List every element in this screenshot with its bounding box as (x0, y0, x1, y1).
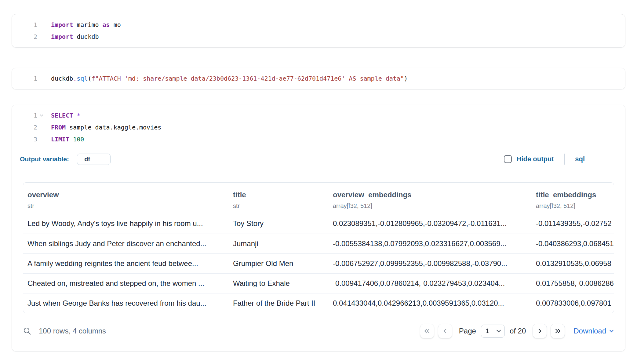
line-number-gutter: 1 2 3 (12, 105, 46, 150)
page-total-label: of 20 (510, 327, 526, 335)
operator-token: . (73, 75, 77, 82)
cell-overview: Led by Woody, Andy's toys live happily i… (23, 214, 229, 234)
search-icon[interactable] (23, 327, 31, 335)
code-editor-imports[interactable]: 1 2 import marimo as mo import duckdb (12, 14, 625, 47)
cell-overview-embeddings: -0.009417406,0.07860214,-0.023279453,0.0… (329, 274, 532, 293)
cell-title-embeddings: 0.0132910535,0.06958 (532, 254, 614, 273)
output-variable-input[interactable] (77, 154, 111, 165)
cell-overview: Cheated on, mistreated and stepped on, t… (23, 274, 229, 293)
line-number: 2 (12, 31, 46, 43)
code-token: ) (404, 75, 408, 82)
cell-title-embeddings: 0.007833006,0.097801 (532, 293, 614, 313)
code-line: FROM sample_data.kaggle.movies (51, 122, 625, 133)
download-button[interactable]: Download (573, 327, 614, 335)
code-cell-imports: 1 2 import marimo as mo import duckdb (12, 14, 625, 48)
code-line: SELECT * (51, 110, 625, 122)
hide-output-checkbox[interactable] (504, 155, 512, 163)
output-variable-label: Output variable: (20, 155, 69, 163)
code-token: marimo (73, 21, 102, 28)
code-token: sample_data.kaggle.movies (66, 124, 161, 131)
line-number: 1 (12, 110, 46, 122)
code-cell-attach: 1 duckdb.sql(f"ATTACH 'md:_share/sample_… (12, 68, 625, 89)
cell-overview-embeddings: 0.023089351,-0.012809965,-0.03209472,-0.… (329, 214, 532, 234)
page-number-value: 1 (486, 327, 496, 335)
pagination-controls: Page 1 of 20 Download (420, 324, 614, 338)
output-bar-controls: Hide output sql (504, 154, 625, 165)
code-editor-sql[interactable]: 1 2 3 SELECT * FROM sample_data.kaggle.m… (12, 105, 625, 150)
notebook-page: 1 2 import marimo as mo import duckdb 1 … (0, 14, 637, 364)
code-line: duckdb.sql(f"ATTACH 'md:_share/sample_da… (51, 73, 625, 85)
cell-title: Father of the Bride Part II (229, 293, 329, 313)
column-name: title_embeddings (536, 191, 614, 199)
table-row: Just when George Banks has recovered fro… (23, 293, 614, 313)
keyword-token: FROM (51, 124, 66, 131)
query-output-area: overview str title str overview_embeddin… (12, 168, 625, 351)
cell-title-embeddings: 0.01755858,-0.0086286 (532, 274, 614, 293)
code-line: import marimo as mo (51, 19, 625, 31)
table-header-row: overview str title str overview_embeddin… (23, 183, 614, 214)
table-row: Led by Woody, Andy's toys live happily i… (23, 214, 614, 234)
last-page-button[interactable] (551, 324, 565, 338)
column-header-title-embeddings[interactable]: title_embeddings array[f32, 512] (532, 191, 614, 209)
code-token: duckdb (51, 75, 73, 82)
cell-title-embeddings: -0.040386293,0.068451 (532, 234, 614, 253)
table-row: When siblings Judy and Peter discover an… (23, 234, 614, 253)
code-area: import marimo as mo import duckdb (46, 14, 625, 47)
line-number: 2 (12, 122, 46, 133)
column-type: array[f32, 512] (536, 202, 614, 209)
table-footer: 100 rows, 4 columns Page 1 of 20 (23, 323, 614, 339)
keyword-token: SELECT (51, 112, 73, 119)
sql-query-cell: 1 2 3 SELECT * FROM sample_data.kaggle.m… (12, 105, 625, 351)
fold-chevron-down-icon[interactable] (39, 113, 44, 118)
page-number-select[interactable]: 1 (481, 325, 505, 338)
column-name: overview (27, 191, 229, 199)
line-number: 1 (12, 19, 46, 31)
function-token: sql (77, 75, 88, 82)
keyword-token: import (51, 21, 73, 28)
cell-overview: When siblings Judy and Peter discover an… (23, 234, 229, 253)
code-area: duckdb.sql(f"ATTACH 'md:_share/sample_da… (46, 68, 625, 89)
code-token: mo (110, 21, 121, 28)
keyword-token: LIMIT (51, 136, 69, 143)
table-row: A family wedding reignites the ancient f… (23, 253, 614, 273)
column-type: str (233, 202, 329, 209)
language-toggle-sql[interactable]: sql (575, 155, 585, 163)
column-header-overview-embeddings[interactable]: overview_embeddings array[f32, 512] (329, 191, 532, 209)
page-label: Page (459, 327, 476, 335)
cell-overview: A family wedding reignites the ancient f… (23, 254, 229, 273)
column-header-overview[interactable]: overview str (23, 191, 229, 209)
column-name: title (233, 191, 329, 199)
keyword-token: as (103, 21, 110, 28)
line-number: 3 (12, 133, 46, 145)
column-type: array[f32, 512] (333, 202, 532, 209)
code-area: SELECT * FROM sample_data.kaggle.movies … (46, 105, 625, 150)
line-number: 1 (12, 73, 46, 85)
code-line: import duckdb (51, 31, 625, 43)
table-row: Cheated on, mistreated and stepped on, t… (23, 273, 614, 293)
star-token: * (73, 112, 80, 119)
number-token: 100 (69, 136, 84, 143)
hide-output-label[interactable]: Hide output (517, 155, 554, 163)
cell-title: Waiting to Exhale (229, 274, 329, 293)
code-editor-attach[interactable]: 1 duckdb.sql(f"ATTACH 'md:_share/sample_… (12, 68, 625, 89)
cell-overview: Just when George Banks has recovered fro… (23, 293, 229, 313)
cell-title: Grumpier Old Men (229, 254, 329, 273)
cell-title: Jumanji (229, 234, 329, 253)
output-variable-bar: Output variable: Hide output sql (12, 150, 625, 168)
code-line: LIMIT 100 (51, 133, 625, 145)
cell-overview-embeddings: -0.006752927,0.099952355,-0.009982588,-0… (329, 254, 532, 273)
download-chevron-down-icon (609, 329, 614, 333)
column-header-title[interactable]: title str (229, 191, 329, 209)
cell-title-embeddings: -0.011439355,-0.02752 (532, 214, 614, 234)
code-token: duckdb (73, 33, 99, 40)
line-number-gutter: 1 (12, 68, 46, 89)
line-number-text: 1 (34, 112, 37, 119)
first-page-button[interactable] (420, 324, 434, 338)
cell-title: Toy Story (229, 214, 329, 234)
cell-overview-embeddings: -0.0055384138,0.07992093,0.023316627,0.0… (329, 234, 532, 253)
download-label: Download (573, 327, 606, 335)
next-page-button[interactable] (533, 324, 547, 338)
column-name: overview_embeddings (333, 191, 532, 199)
previous-page-button[interactable] (438, 324, 452, 338)
cell-overview-embeddings: 0.041433044,0.042966213,0.0039591365,0.0… (329, 293, 532, 313)
